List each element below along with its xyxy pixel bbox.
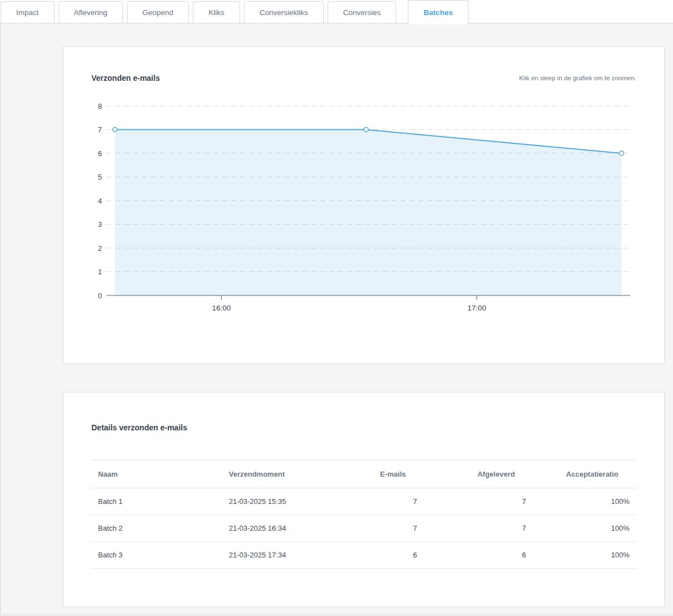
cell-afgeleverd: 7 [424, 488, 533, 515]
column-header-e-mails: E-mails [364, 460, 424, 488]
cell-acceptatieratio: 100% [533, 542, 636, 569]
cell-naam: Batch 1 [91, 488, 222, 515]
details-table-body: Batch 121-03-2025 15:3577100%Batch 221-0… [91, 488, 636, 569]
data-point-marker [620, 151, 624, 156]
cell-acceptatieratio: 100% [533, 515, 636, 542]
tab-impact[interactable]: Impact [1, 1, 55, 23]
tab-bar: ImpactAfleveringGeopendKliksConversiekli… [0, 0, 673, 23]
x-tick-label: 17:00 [467, 304, 486, 312]
table-row: Batch 221-03-2025 16:3477100% [91, 515, 636, 542]
table-row: Batch 321-03-2025 17:3466100% [91, 542, 636, 569]
cell-naam: Batch 3 [91, 542, 222, 569]
column-header-afgeleverd: Afgeleverd [424, 460, 533, 488]
cell-naam: Batch 2 [91, 515, 222, 542]
y-tick-label: 5 [98, 173, 102, 181]
series-area [115, 130, 621, 296]
tab-kliks[interactable]: Kliks [193, 1, 240, 23]
sent-emails-card: Verzonden e-mails Klik en sleep in de gr… [63, 46, 665, 364]
table-card-header: Details verzonden e-mails [91, 423, 636, 432]
tab-conversies[interactable]: Conversies [328, 1, 397, 23]
column-header-verzendmoment: Verzendmoment [222, 460, 364, 488]
details-table: NaamVerzendmomentE-mailsAfgeleverdAccept… [91, 460, 636, 569]
y-tick-label: 7 [98, 125, 102, 134]
chart-zoom-hint: Klik en sleep in de grafiek om te zoomen… [519, 75, 636, 81]
cell-acceptatieratio: 100% [533, 488, 636, 515]
y-tick-label: 0 [98, 292, 102, 300]
cell-afgeleverd: 6 [424, 542, 533, 569]
column-header-acceptatieratio: Acceptatieratio [533, 460, 636, 488]
y-tick-label: 4 [98, 197, 102, 205]
y-tick-label: 6 [98, 149, 102, 158]
table-title: Details verzonden e-mails [91, 423, 187, 432]
chart-title: Verzonden e-mails [91, 74, 160, 83]
cell-afgeleverd: 7 [424, 515, 533, 542]
cell-verzendmoment: 21-03-2025 15:35 [222, 488, 364, 515]
x-tick-label: 16:00 [212, 304, 231, 312]
tab-conversiekliks[interactable]: Conversiekliks [244, 1, 324, 23]
data-point-marker [113, 128, 117, 132]
sent-emails-chart[interactable]: 01234567816:0017:00 [91, 98, 636, 321]
column-header-naam: Naam [91, 460, 222, 488]
y-tick-label: 8 [98, 102, 102, 110]
details-table-head-row: NaamVerzendmomentE-mailsAfgeleverdAccept… [91, 460, 636, 488]
cell-verzendmoment: 21-03-2025 17:34 [222, 542, 364, 569]
details-card: Details verzonden e-mails NaamVerzendmom… [63, 392, 665, 607]
tab-geopend[interactable]: Geopend [127, 1, 189, 23]
cell-e-mails: 7 [364, 488, 424, 515]
page-bottom-edge [0, 613, 673, 616]
cell-verzendmoment: 21-03-2025 16:34 [222, 515, 364, 542]
tab-batches[interactable]: Batches [408, 0, 469, 25]
page-left-edge [0, 23, 1, 616]
data-point-marker [364, 128, 368, 132]
cell-e-mails: 6 [364, 542, 424, 569]
sent-emails-chart-svg: 01234567816:0017:00 [91, 98, 637, 321]
table-row: Batch 121-03-2025 15:3577100% [91, 488, 636, 515]
y-tick-label: 3 [98, 220, 102, 229]
y-tick-label: 1 [98, 268, 102, 276]
y-tick-label: 2 [98, 244, 102, 253]
chart-card-header: Verzonden e-mails Klik en sleep in de gr… [91, 74, 636, 83]
cell-e-mails: 7 [364, 515, 424, 542]
tab-aflevering[interactable]: Aflevering [58, 1, 123, 23]
